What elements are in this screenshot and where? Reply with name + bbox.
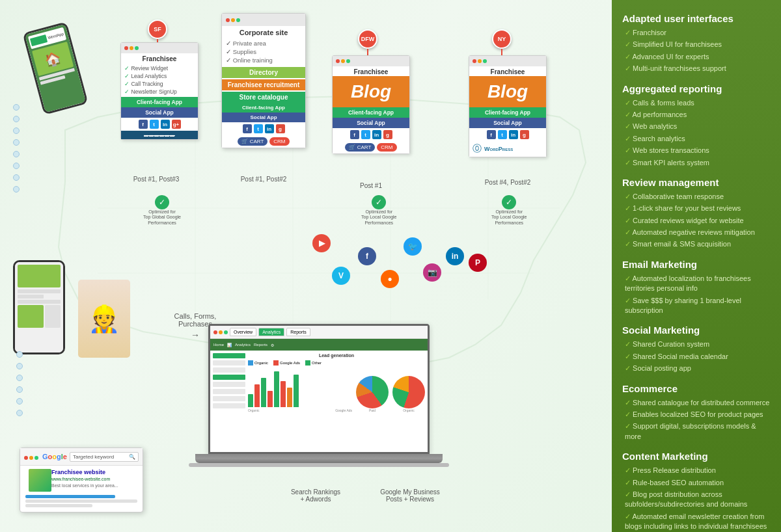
ny-franchisee-card: Franchisee Blog Client-facing App Social… (469, 55, 547, 157)
sidebar-section-adapted-ui: Adapted user interfaces (622, 13, 771, 24)
worker-figure: 👷 (78, 280, 130, 358)
sidebar-section-social-marketing: Social Marketing (622, 325, 771, 336)
laptop-screen: Overview Analytics Reports Home 📊 Analyt… (208, 324, 430, 454)
sidebar-item-localized-seo: Enables localized SEO for product pages (622, 410, 771, 419)
crm-button: CRM (269, 137, 289, 146)
sidebar-item-simplified-ui: Simplified UI for franchisees (622, 40, 771, 49)
ny-googleplus-icon: g (520, 130, 529, 139)
twitter-icon: t (150, 120, 159, 129)
sidebar-item-sms-acquisition: Smart email & SMS acquisition (622, 239, 771, 249)
sidebar-item-auto-negative: Automated negative reviews mitigation (622, 228, 771, 237)
phone-left-top: WordApp 🏠 (33, 26, 78, 111)
google-search-field: Targeted keyword 🔍 (70, 452, 139, 462)
corp-post-label: Post #1, Post#2 (228, 176, 299, 183)
sidebar-item-social-calendar: Shared Social media calendar (622, 352, 771, 362)
linkedin-icon: in (161, 120, 170, 129)
sidebar-item-shared-curation: Shared Curation system (622, 339, 771, 349)
sidebar-item-franchisor: Franchisor (622, 28, 771, 38)
ny-facebook-icon: f (487, 130, 496, 139)
ny-post-label: Post #4, Post#2 (469, 179, 547, 186)
ny-optimized-badge: ✓ Optimized forTop Local GooglePerforman… (491, 195, 527, 226)
store-catalogue-button: Store catalogue (222, 92, 305, 103)
linkedin-cluster-icon: in (446, 247, 464, 265)
laptop-foot (189, 463, 449, 467)
wordpress-logo: ⓪ (473, 143, 482, 155)
corp-googleplus-icon: g (276, 124, 285, 133)
facebook-icon: f (139, 120, 148, 129)
instagram-cluster-icon: 📷 (423, 263, 441, 282)
vimeo-icon: V (332, 267, 350, 285)
phone-left-bottom (13, 260, 65, 354)
sidebar-item-curated-reviews: Curated reviews widget for website (622, 216, 771, 226)
sidebar-section-review-mgmt: Review management (622, 177, 771, 188)
sidebar-section-email-marketing: Email Marketing (622, 259, 771, 270)
sidebar-section-content-marketing: Content Marketing (622, 451, 771, 462)
dfw-post-label: Post #1 (345, 182, 397, 189)
sidebar-item-auto-localization: Automated localization to franchisees te… (622, 274, 771, 294)
laptop-nav: Home 📊 Analytics Reports ⚙ (210, 339, 428, 351)
ny-linkedin-icon: in (509, 130, 518, 139)
sidebar-item-search-analytics: Search analytics (622, 134, 771, 144)
corp-twitter-icon: t (254, 124, 263, 133)
corp-facebook-icon: f (243, 124, 252, 133)
dfw-franchisee-card: Franchisee Blog Client-facing App Social… (332, 55, 410, 154)
sidebar-item-rule-based-seo: Rule-based SEO automation (622, 478, 771, 488)
sf-optimized-badge: ✓ Optimized forTop Global GooglePerforma… (143, 195, 181, 226)
google-my-business-label: Google My BusinessPosts + Reviews (371, 488, 449, 503)
dfw-facebook-icon: f (350, 130, 359, 139)
sidebar-item-advanced-ui: Advanced UI for experts (622, 52, 771, 62)
rss-icon: ● (381, 270, 399, 288)
sidebar-item-blog-distribution: Blog post distribution across subfolders… (622, 490, 771, 510)
search-rankings-label: Search Rankings+ Adwords (280, 488, 351, 503)
ny-pin: NY (492, 29, 512, 49)
sidebar-item-calls-forms: Calls & forms leads (622, 98, 771, 108)
youtube-icon: ▶ (312, 234, 331, 252)
pinterest-icon: P (469, 254, 487, 272)
googleplus-icon: g+ (172, 120, 181, 129)
sidebar-item-web-analytics: Web analytics (622, 122, 771, 131)
google-result-image (29, 469, 51, 492)
sidebar-item-shared-catalogue: Shared catalogue for distributed commerc… (622, 398, 771, 408)
laptop: Overview Analytics Reports Home 📊 Analyt… (208, 324, 449, 467)
twitter-cluster-icon: 🐦 (404, 237, 422, 256)
facebook-cluster-icon: f (358, 247, 376, 265)
dfw-pin: DFW (358, 29, 377, 49)
sf-post-label: Post #1, Post#3 (120, 176, 192, 183)
dfw-googleplus-icon: g (383, 130, 392, 139)
sidebar-item-ad-perf: Ad performances (622, 110, 771, 120)
dfw-cart-button: 🛒 CART (345, 143, 375, 152)
dots-decoration-bottom-left (16, 351, 23, 416)
directory-button: Directory (222, 67, 305, 78)
sidebar-item-collab-response: Collaborative team response (622, 192, 771, 202)
sidebar-item-multiunit: Multi-unit franchisees support (622, 64, 771, 73)
sidebar-item-social-posting: Social posting app (622, 364, 771, 373)
sf-pin: SF (148, 20, 167, 39)
corporate-card: Corporate site Private area Supplies Onl… (221, 13, 306, 148)
dfw-optimized-badge: ✓ Optimized forTop Local GooglePerforman… (361, 195, 396, 226)
dfw-crm-button: CRM (377, 143, 396, 152)
google-card: Google Targeted keyword 🔍 Franchisee web… (20, 447, 143, 512)
sidebar-item-1click-share: 1-click share for your best reviews (622, 204, 771, 213)
sidebar-item-press-release: Press Release distribution (622, 466, 771, 475)
sidebar-section-ecommerce: Ecommerce (622, 383, 771, 394)
dfw-twitter-icon: t (361, 130, 370, 139)
sidebar-item-kpi-alerts: Smart KPI alerts system (622, 158, 771, 168)
sidebar-section-aggregated-reporting: Aggregated reporting (622, 83, 771, 94)
dots-decoration-left (13, 104, 20, 193)
ny-twitter-icon: t (498, 130, 507, 139)
corp-linkedin-icon: in (265, 124, 274, 133)
sidebar-item-save-subscription: Save $$$ by sharing 1 brand-level subscr… (622, 296, 771, 316)
sidebar-item-web-stores: Web stores transactions (622, 146, 771, 155)
sf-franchisee-card: Franchisee Review Widget Lead Analytics … (120, 42, 199, 140)
sidebar: Adapted user interfaces Franchisor Simpl… (612, 0, 781, 532)
sidebar-item-digital-support: Support digital, subscriptions models & … (622, 421, 771, 442)
dfw-linkedin-icon: in (372, 130, 381, 139)
main-area: WordApp 🏠 (0, 0, 612, 532)
laptop-base (195, 454, 443, 463)
franchisee-recruitment-button: Franchisee recruitment (222, 79, 305, 90)
cart-button: 🛒 CART (238, 137, 267, 146)
laptop-chart-title: Lead generation (248, 353, 425, 358)
sidebar-item-auto-newsletter: Automated email newsletter creation from… (622, 512, 771, 532)
